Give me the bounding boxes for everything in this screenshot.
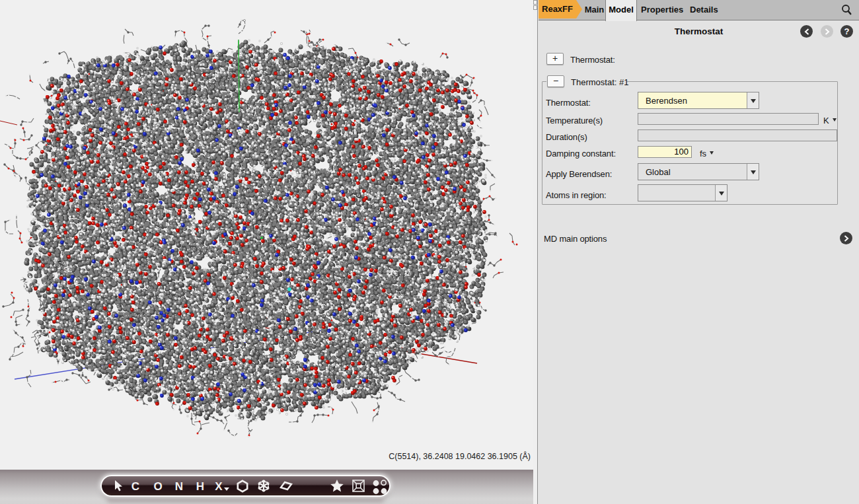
- svg-text:O: O: [153, 480, 162, 493]
- svg-text:N: N: [175, 480, 183, 493]
- svg-text:H: H: [196, 480, 204, 493]
- svg-text:X: X: [215, 480, 223, 493]
- svg-text:C: C: [131, 480, 139, 493]
